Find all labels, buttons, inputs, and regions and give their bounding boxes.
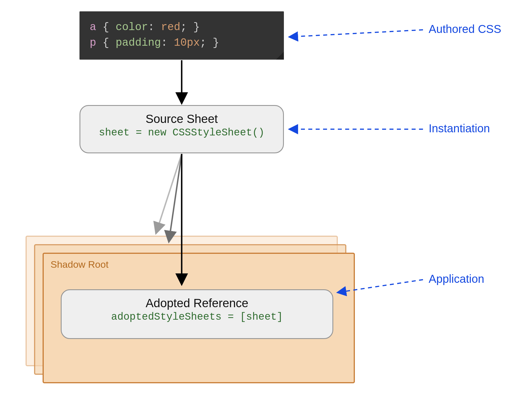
- adopted-reference-code: adoptedStyleSheets = [sheet]: [64, 311, 330, 323]
- code-line-1: a { color: red; }: [90, 19, 274, 35]
- shadow-root-label: Shadow Root: [51, 259, 347, 270]
- code-property-padding: padding: [116, 37, 161, 49]
- code-selector-p: p: [90, 37, 96, 49]
- source-sheet-title: Source Sheet: [83, 112, 280, 126]
- code-line-2: p { padding: 10px; }: [90, 35, 274, 51]
- shadow-root-panel-front: Shadow Root Adopted Reference adoptedSty…: [43, 253, 355, 383]
- adopted-reference-box: Adopted Reference adoptedStyleSheets = […: [61, 289, 333, 339]
- code-property-color: color: [116, 21, 148, 33]
- source-sheet-code: sheet = new CSSStyleSheet(): [83, 127, 280, 139]
- annotation-authored-css: Authored CSS: [429, 23, 501, 35]
- code-value-red: red: [161, 21, 180, 33]
- arrow-annotation-authored-icon: [290, 30, 423, 37]
- annotation-application: Application: [429, 273, 484, 285]
- authored-css-code-block: a { color: red; } p { padding: 10px; }: [79, 11, 284, 60]
- code-value-10px: 10px: [174, 37, 200, 49]
- annotation-instantiation: Instantiation: [429, 122, 490, 135]
- adopted-reference-title: Adopted Reference: [64, 296, 330, 310]
- arrow-source-to-shadow-back-icon: [156, 154, 182, 233]
- source-sheet-box: Source Sheet sheet = new CSSStyleSheet(): [79, 105, 284, 153]
- code-selector-a: a: [90, 21, 96, 33]
- shadow-root-stack: Shadow Root Adopted Reference adoptedSty…: [26, 236, 338, 378]
- diagram-wrapper: a { color: red; } p { padding: 10px; } S…: [14, 6, 518, 400]
- arrow-source-to-shadow-mid-icon: [169, 154, 182, 241]
